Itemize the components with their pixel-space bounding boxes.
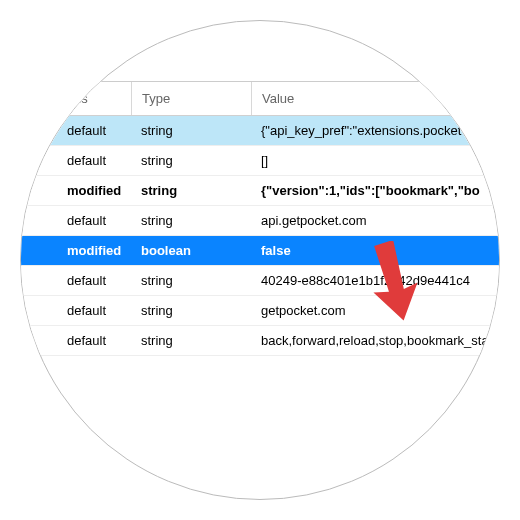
cell-value: 40249-e88c401e1b1f2242d9e441c4 xyxy=(251,273,500,288)
cell-status: default xyxy=(20,333,131,348)
cell-type: string xyxy=(131,123,251,138)
cell-status: modified xyxy=(20,243,131,258)
cell-type: string xyxy=(131,333,251,348)
cell-status: default xyxy=(20,213,131,228)
cell-value: api.getpocket.com xyxy=(251,213,500,228)
table-row[interactable]: modifiedbooleanfalse xyxy=(20,236,500,266)
cell-value: {"version":1,"ids":["bookmark","bo xyxy=(251,183,500,198)
table-row[interactable]: defaultstringback,forward,reload,stop,bo… xyxy=(20,326,500,356)
cell-value: false xyxy=(251,243,500,258)
header-status[interactable]: Status xyxy=(20,82,131,115)
cell-type: string xyxy=(131,273,251,288)
cell-type: string xyxy=(131,213,251,228)
table-row[interactable]: modifiedstring{"version":1,"ids":["bookm… xyxy=(20,176,500,206)
cell-status: default xyxy=(20,303,131,318)
table-row[interactable]: defaultstring40249-e88c401e1b1f2242d9e44… xyxy=(20,266,500,296)
table-header: Status Type Value xyxy=(20,82,500,116)
cell-value: {"api_key_pref":"extensions.pocket xyxy=(251,123,500,138)
table-row[interactable]: defaultstringgetpocket.com xyxy=(20,296,500,326)
table-row[interactable]: defaultstringapi.getpocket.com xyxy=(20,206,500,236)
circle-viewport: Status Type Value defaultstring{"api_key… xyxy=(20,20,500,500)
cell-status: default xyxy=(20,123,131,138)
cell-status: modified xyxy=(20,183,131,198)
table-row[interactable]: defaultstring[] xyxy=(20,146,500,176)
cell-status: default xyxy=(20,153,131,168)
table-row[interactable]: defaultstring{"api_key_pref":"extensions… xyxy=(20,116,500,146)
config-table: Status Type Value defaultstring{"api_key… xyxy=(20,81,500,356)
header-value[interactable]: Value xyxy=(251,82,500,115)
cell-type: string xyxy=(131,183,251,198)
header-type[interactable]: Type xyxy=(131,82,251,115)
cell-status: default xyxy=(20,273,131,288)
cell-value: back,forward,reload,stop,bookmark_star xyxy=(251,333,500,348)
cell-type: string xyxy=(131,303,251,318)
cell-value: getpocket.com xyxy=(251,303,500,318)
cell-value: [] xyxy=(251,153,500,168)
cell-type: boolean xyxy=(131,243,251,258)
cell-type: string xyxy=(131,153,251,168)
